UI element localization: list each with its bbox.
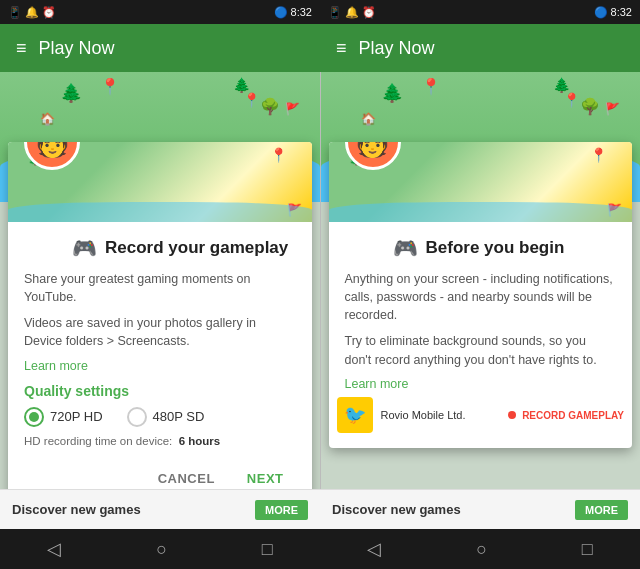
record-label: RECORD GAMEPLAY (522, 410, 624, 421)
hamburger-icon-right[interactable]: ≡ (336, 38, 347, 59)
gamepad-icon-right: 🎮 (393, 236, 418, 260)
record-gameplay-dialog: 🌲 🌳 📍 🚩 🧑 🎮 Record your gameplay Share y… (8, 142, 312, 489)
nav-bar-left: ◁ ○ □ (0, 529, 320, 569)
game-thumbnail-row: 🐦 Rovio Mobile Ltd. RECORD GAMEPLAY (329, 391, 633, 439)
card-body-left: 🎮 Record your gameplay Share your greate… (8, 222, 312, 489)
label-720p: 720P HD (50, 409, 103, 424)
time-left: 8:32 (291, 6, 312, 18)
hamburger-icon-left[interactable]: ≡ (16, 38, 27, 59)
app-bar-right: ≡ Play Now (320, 24, 640, 72)
before-title: Before you begin (426, 238, 565, 258)
learn-more-link-left[interactable]: Learn more (24, 359, 296, 373)
flag-icon-1: 🚩 (285, 102, 300, 116)
discover-bar-right: Discover new games MORE (320, 489, 640, 529)
card-hero-image-right: 🌲 🌳 📍 🚩 🧑 (329, 142, 633, 222)
location-pin-1: 📍 (100, 77, 120, 96)
game-thumbnail: 🐦 (337, 397, 373, 433)
square-nav-left[interactable]: □ (262, 539, 273, 560)
back-nav-left[interactable]: ◁ (47, 538, 61, 560)
hd-time-value: 6 hours (179, 435, 221, 447)
learn-more-link-right[interactable]: Learn more (345, 377, 617, 391)
radio-btn-720p[interactable] (24, 407, 44, 427)
more-button-right[interactable]: MORE (575, 500, 628, 520)
hd-recording-info: HD recording time on device: 6 hours (24, 435, 296, 447)
card-header-right: 🎮 Before you begin (345, 236, 617, 260)
discover-text-right: Discover new games (332, 502, 461, 517)
tree-icon-1: 🌲 (60, 82, 82, 104)
bt-icon-right: 🔵 (594, 6, 608, 19)
radio-480p[interactable]: 480P SD (127, 407, 205, 427)
status-bar-left: 📱 🔔 ⏰ 🔵 8:32 (0, 0, 320, 24)
location-pin-r2: 📍 (563, 92, 580, 108)
hd-info-text: HD recording time on device: (24, 435, 172, 447)
tree-icon-r3: 🌲 (553, 77, 570, 93)
home-nav-right[interactable]: ○ (476, 539, 487, 560)
radio-720p[interactable]: 720P HD (24, 407, 103, 427)
game-company: Rovio Mobile Ltd. (381, 409, 501, 421)
panel-right: 🌲 🌳 🌲 📍 📍 🏠 🚩 🌲 🌳 📍 🚩 🧑 🎮 Bef (321, 72, 641, 489)
location-pin-2: 📍 (243, 92, 260, 108)
discover-bar-left: Discover new games MORE (0, 489, 320, 529)
app-bar-left: ≡ Play Now (0, 24, 320, 72)
record-text1: Share your greatest gaming moments on Yo… (24, 270, 296, 306)
mini-pin-right: 📍 (590, 147, 607, 163)
discover-text-left: Discover new games (12, 502, 141, 517)
card-actions-left: CANCEL NEXT (24, 459, 296, 490)
bottom-right: Discover new games MORE ◁ ○ □ (320, 489, 640, 569)
before-text1: Anything on your screen - including noti… (345, 270, 617, 324)
square-nav-right[interactable]: □ (582, 539, 593, 560)
tree-icon-r2: 🌳 (580, 97, 600, 116)
tree-icon-3: 🌲 (233, 77, 250, 93)
quality-radio-group: 720P HD 480P SD (24, 407, 296, 427)
tree-icon-2: 🌳 (260, 97, 280, 116)
home-nav-left[interactable]: ○ (156, 539, 167, 560)
panel-left: 🌲 🌳 🌲 📍 📍 🏠 🚩 🌲 🌳 📍 🚩 🧑 🎮 Rec (0, 72, 320, 489)
card-header-left: 🎮 Record your gameplay (24, 236, 296, 260)
record-title: Record your gameplay (105, 238, 288, 258)
status-bar-right: 📱 🔔 ⏰ 🔵 8:32 (320, 0, 640, 24)
house-icon-1: 🏠 (40, 112, 55, 126)
notification-icons-left: 📱 🔔 ⏰ (8, 6, 56, 19)
bottom-left: Discover new games MORE ◁ ○ □ (0, 489, 320, 569)
location-pin-r1: 📍 (421, 77, 441, 96)
mini-water-right (329, 202, 633, 222)
record-badge: RECORD GAMEPLAY (508, 410, 624, 421)
cancel-button-left[interactable]: CANCEL (146, 463, 227, 490)
label-480p: 480P SD (153, 409, 205, 424)
record-text2: Videos are saved in your photos gallery … (24, 314, 296, 350)
more-button-left[interactable]: MORE (255, 500, 308, 520)
game-info: Rovio Mobile Ltd. (381, 409, 501, 421)
card-hero-image-left: 🌲 🌳 📍 🚩 🧑 (8, 142, 312, 222)
house-icon-r1: 🏠 (361, 112, 376, 126)
time-right: 8:32 (611, 6, 632, 18)
record-dot (508, 411, 516, 419)
notification-icons-right: 📱 🔔 ⏰ (328, 6, 376, 19)
bt-icon-left: 🔵 (274, 6, 288, 19)
app-title-right: Play Now (359, 38, 435, 59)
back-nav-right[interactable]: ◁ (367, 538, 381, 560)
nav-bar-right: ◁ ○ □ (320, 529, 640, 569)
app-title-left: Play Now (39, 38, 115, 59)
tree-icon-r1: 🌲 (381, 82, 403, 104)
quality-settings-label: Quality settings (24, 383, 296, 399)
gamepad-icon-left: 🎮 (72, 236, 97, 260)
mini-water (8, 202, 312, 222)
radio-btn-480p[interactable] (127, 407, 147, 427)
before-text2: Try to eliminate background sounds, so y… (345, 332, 617, 368)
mini-pin: 📍 (270, 147, 287, 163)
next-button[interactable]: NEXT (235, 463, 296, 490)
flag-icon-r1: 🚩 (605, 102, 620, 116)
